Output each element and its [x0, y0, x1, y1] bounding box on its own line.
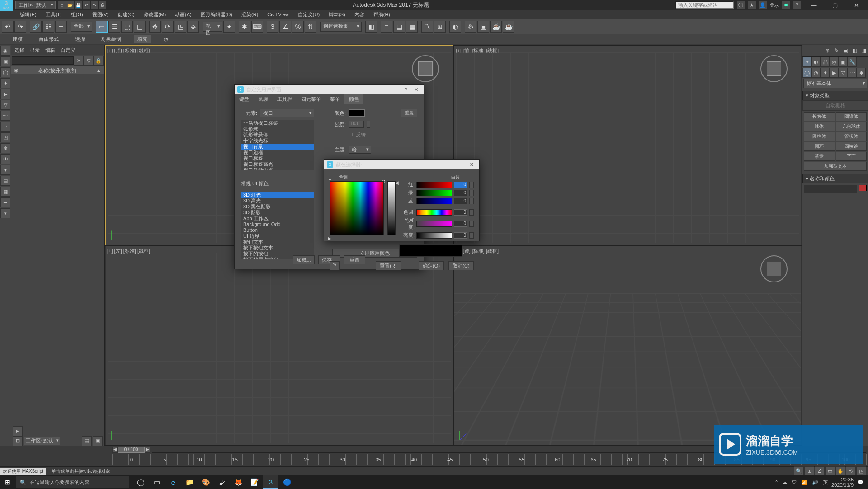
- filter-icon[interactable]: ▦: [0, 187, 10, 197]
- scene-column-header[interactable]: ◉ 名称(按升序排序)▲: [11, 66, 104, 74]
- rendered-frame-icon[interactable]: ▣: [477, 21, 489, 33]
- tray-icon[interactable]: 🛡: [791, 480, 797, 485]
- menu-item[interactable]: 脚本(S): [324, 10, 350, 19]
- dialog-titlebar[interactable]: 3 自定义用户界面 ? ✕: [235, 85, 424, 94]
- window-crossing-icon[interactable]: ◫: [134, 21, 146, 33]
- create-maximize-icon[interactable]: ⊕: [823, 45, 832, 56]
- link-icon[interactable]: ⛓: [99, 1, 106, 9]
- filter-icon[interactable]: ▤: [0, 176, 10, 186]
- object-type-button[interactable]: 加强型文本: [804, 162, 867, 171]
- list-item[interactable]: 3D 灯光: [241, 192, 314, 198]
- ime-indicator[interactable]: 英: [822, 479, 829, 486]
- object-type-button[interactable]: 圆柱体: [804, 132, 835, 141]
- modify-tab-icon[interactable]: ◐: [811, 57, 821, 67]
- close-button[interactable]: ✕: [846, 0, 866, 10]
- dock-icon[interactable]: ◧: [850, 45, 859, 56]
- spinner-icon[interactable]: [469, 182, 474, 188]
- list-item[interactable]: App 工作区: [241, 216, 314, 221]
- task-view-icon[interactable]: ◯: [133, 475, 148, 489]
- info-icon[interactable]: ⓘ: [737, 1, 745, 9]
- list-item[interactable]: 视口背景: [241, 144, 314, 150]
- next-key-icon[interactable]: ▶: [145, 447, 150, 453]
- network-icon[interactable]: 📶: [800, 480, 808, 485]
- list-item[interactable]: 按钮文本: [241, 239, 314, 245]
- utilities-tab-icon[interactable]: 🔧: [848, 57, 857, 67]
- cortana-icon[interactable]: ▭: [149, 475, 165, 489]
- menu-item[interactable]: 创建(C): [113, 10, 139, 19]
- eyedropper-icon[interactable]: ✎: [330, 261, 340, 270]
- zoom-region-icon[interactable]: ▭: [825, 466, 835, 476]
- cancel-button[interactable]: 取消(C): [448, 261, 474, 270]
- list-item[interactable]: 视口标签: [241, 155, 314, 161]
- display-frozen-icon[interactable]: ❄: [0, 143, 10, 153]
- h-slider[interactable]: [416, 209, 452, 216]
- redo-icon[interactable]: ↷: [91, 1, 98, 9]
- list-item[interactable]: 视口标签高光: [241, 161, 314, 167]
- lock-icon[interactable]: 🔒: [94, 56, 104, 66]
- display-hidden-icon[interactable]: 👁: [0, 154, 10, 164]
- curve-editor-icon[interactable]: 〽: [421, 21, 433, 33]
- align-icon[interactable]: ≡: [381, 21, 392, 33]
- login-link[interactable]: 登录: [769, 2, 779, 9]
- cui-tab[interactable]: 键盘: [235, 94, 254, 104]
- render-setup-icon[interactable]: ⚙: [465, 21, 476, 33]
- render-iterative-icon[interactable]: ☕: [503, 21, 514, 33]
- app-icon[interactable]: 🖌: [214, 475, 230, 489]
- manipulate-icon[interactable]: ✱: [239, 21, 250, 33]
- list-item[interactable]: Background Odd: [241, 221, 314, 227]
- filter-icon[interactable]: ▾: [0, 208, 10, 218]
- filter-icon[interactable]: ☰: [0, 197, 10, 207]
- bind-space-warp-icon[interactable]: 〰: [55, 21, 67, 33]
- scale-icon[interactable]: ◳: [175, 21, 186, 33]
- viewcube-icon[interactable]: [412, 55, 439, 82]
- app-icon[interactable]: 🔵: [279, 475, 295, 489]
- selection-filter-dropdown[interactable]: 全部: [71, 22, 92, 32]
- pivot-icon[interactable]: ✦: [223, 21, 235, 33]
- object-type-button[interactable]: 几何球体: [836, 122, 867, 131]
- v-slider[interactable]: [416, 232, 452, 239]
- spinner-icon[interactable]: [469, 232, 474, 239]
- file-explorer-icon[interactable]: 📁: [182, 475, 197, 489]
- display-space-warps-icon[interactable]: 〰: [0, 111, 10, 121]
- dialog-titlebar[interactable]: 3 颜色选择器: ✕: [324, 160, 479, 169]
- s-value-input[interactable]: 0: [454, 221, 467, 227]
- start-button[interactable]: ⊞: [0, 475, 15, 489]
- hierarchy-tab-icon[interactable]: 品: [821, 57, 830, 67]
- theme-dropdown[interactable]: 暗: [349, 146, 371, 154]
- menu-item[interactable]: Civil View: [263, 11, 293, 18]
- cui-tab[interactable]: 工具栏: [273, 94, 297, 104]
- object-type-button[interactable]: 球体: [804, 122, 835, 131]
- g-value-input[interactable]: 0: [454, 190, 467, 196]
- object-type-button[interactable]: 四棱锥: [836, 142, 867, 151]
- 3dsmax-taskbar-icon[interactable]: 3: [263, 475, 278, 489]
- object-type-button[interactable]: 圆锥体: [836, 112, 867, 121]
- geometry-icon[interactable]: ◯: [802, 68, 811, 78]
- prev-key-icon[interactable]: ◀: [112, 447, 118, 453]
- menu-item[interactable]: 工具(T): [41, 10, 66, 19]
- ui-colors-listbox[interactable]: 3D 灯光3D 高光3D 黑色阴影3D 阴影App 工作区Background …: [241, 192, 314, 259]
- display-bone-icon[interactable]: ⟋: [0, 122, 10, 132]
- new-icon[interactable]: □: [58, 1, 66, 9]
- list-item[interactable]: 3D 黑色阴影: [241, 204, 314, 210]
- scene-search-input[interactable]: [12, 56, 74, 65]
- list-item[interactable]: 视口边框: [241, 150, 314, 155]
- help-icon[interactable]: ?: [401, 87, 411, 92]
- object-color-swatch[interactable]: [859, 185, 867, 191]
- edge-icon[interactable]: e: [165, 475, 181, 489]
- cui-tab[interactable]: 四元菜单: [297, 94, 326, 104]
- ribbon-toggle-icon[interactable]: ◔: [160, 35, 172, 43]
- menu-item[interactable]: 视图(V): [88, 10, 113, 19]
- display-geometry-icon[interactable]: ▣: [0, 56, 10, 66]
- display-tab-icon[interactable]: ▣: [839, 57, 848, 67]
- list-item[interactable]: 十字线光标: [241, 138, 314, 144]
- spinner-icon[interactable]: [469, 221, 474, 227]
- object-type-button[interactable]: 管状体: [836, 132, 867, 141]
- save-icon[interactable]: 💾: [75, 1, 82, 9]
- color-preview-swatch[interactable]: [349, 109, 365, 117]
- spinner-snap-icon[interactable]: ⇅: [305, 21, 316, 33]
- list-item[interactable]: 视口活动边框: [241, 167, 314, 170]
- angle-snap-icon[interactable]: ∠: [279, 21, 291, 33]
- menu-item[interactable]: 渲染(R): [237, 10, 263, 19]
- zoom-all-icon[interactable]: ⊞: [804, 466, 814, 476]
- render-icon[interactable]: ☕: [490, 21, 502, 33]
